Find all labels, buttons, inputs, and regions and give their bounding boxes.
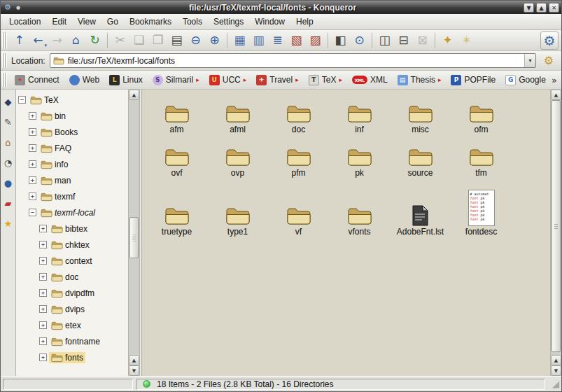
file-afml[interactable]: afml	[207, 94, 268, 134]
tree-item-etex[interactable]: +etex	[16, 317, 128, 333]
menu-item-edit[interactable]: Edit	[46, 14, 72, 29]
bookmark-linux[interactable]: LLinux	[104, 74, 148, 87]
bookmark-connect[interactable]: ✦Connect	[10, 74, 64, 87]
zoom-out-button[interactable]: ⊖	[186, 31, 205, 50]
scrollbar-track[interactable]	[129, 100, 139, 355]
mixed-view-button[interactable]: ▨	[306, 31, 325, 50]
menu-item-help[interactable]: Help	[290, 14, 319, 29]
expand-expander-icon[interactable]: +	[29, 160, 36, 168]
tree-item-context[interactable]: +context	[16, 253, 128, 269]
tree-item-bibtex[interactable]: +bibtex	[16, 220, 128, 237]
tree-item-info[interactable]: +info	[16, 156, 128, 172]
file-fontdesc[interactable]: # automatfont pkfont pkfont pkfont pkfon…	[451, 181, 512, 237]
back-button[interactable]: ←▾	[29, 31, 48, 50]
bookmark-xml[interactable]: XMLXML	[347, 74, 393, 86]
split-view-top-bottom-button[interactable]: ⊟	[394, 31, 413, 50]
minimize-button[interactable]: ▼	[524, 3, 534, 13]
tree-item-chktex[interactable]: +chktex	[16, 237, 128, 253]
toolbar-handle[interactable]	[2, 32, 7, 48]
sidebar-tab-notes[interactable]: ✎	[2, 114, 15, 130]
menu-item-view[interactable]: View	[72, 14, 101, 29]
tree-item-TeX[interactable]: −TeX	[16, 92, 128, 108]
scrollbar-thumb[interactable]	[552, 100, 561, 352]
file-source[interactable]: source	[390, 137, 451, 178]
detailed-list-view-button[interactable]: ≣	[268, 31, 287, 50]
tree-item-doc[interactable]: +doc	[16, 269, 128, 285]
file-tfm[interactable]: tfm	[451, 137, 512, 178]
bookmark-silmaril[interactable]: SSilmaril▸	[148, 74, 204, 87]
home-button[interactable]: ⌂	[66, 31, 85, 50]
bookmark-overflow-button[interactable]: »	[549, 75, 560, 85]
title-bar[interactable]: ⚙ ● file:/usr/TeX/texmf-local/fonts - Ko…	[1, 1, 561, 14]
file-AdobeFnt.lst[interactable]: AdobeFnt.lst	[390, 181, 451, 237]
menu-item-window[interactable]: Window	[249, 14, 290, 29]
zoom-in-button[interactable]: ⊕	[205, 31, 224, 50]
bookmark-popfile[interactable]: PPOPFile	[446, 74, 500, 87]
sidebar-tab-root[interactable]: ▰	[2, 195, 15, 211]
expand-expander-icon[interactable]: +	[29, 192, 36, 200]
bookmark-tex[interactable]: TTeX▸	[304, 74, 347, 87]
file-inf[interactable]: inf	[329, 94, 390, 134]
file-doc[interactable]: doc	[268, 94, 329, 134]
reload-button[interactable]: ↻	[85, 31, 104, 50]
expand-expander-icon[interactable]: +	[29, 128, 36, 136]
bookmark-page-button[interactable]: ✦	[438, 31, 457, 50]
bookmark-web[interactable]: Web	[64, 74, 104, 87]
tree-item-dvipdfm[interactable]: +dvipdfm	[16, 285, 128, 301]
bookmark-thesis[interactable]: ▤Thesis▸	[393, 74, 447, 87]
maximize-button[interactable]: ▲	[536, 3, 547, 13]
file-truetype[interactable]: truetype	[146, 181, 207, 237]
sidebar-tab-network[interactable]: ●	[2, 175, 15, 190]
expand-expander-icon[interactable]: +	[39, 321, 47, 329]
expand-expander-icon[interactable]: +	[39, 241, 47, 248]
tree-item-dvips[interactable]: +dvips	[16, 301, 128, 317]
expand-expander-icon[interactable]: +	[29, 144, 36, 152]
scroll-up-button[interactable]: ▲	[129, 90, 139, 100]
sidebar-tab-services[interactable]: ★	[2, 216, 15, 231]
tree-item-fontname[interactable]: +fontname	[16, 333, 128, 349]
expand-expander-icon[interactable]: +	[39, 337, 47, 345]
file-vf[interactable]: vf	[268, 181, 329, 237]
scrollbar-thumb[interactable]	[129, 217, 139, 258]
file-ofm[interactable]: ofm	[451, 94, 512, 134]
location-input[interactable]: file:/usr/TeX/texmf-local/fonts ▾	[50, 53, 536, 68]
tree-item-texmf[interactable]: +texmf	[16, 188, 128, 204]
file-pfm[interactable]: pfm	[268, 137, 329, 178]
sidebar-tab-bookmarks[interactable]: ◆	[2, 94, 15, 109]
file-pk[interactable]: pk	[329, 137, 390, 178]
bookmark-google[interactable]: GGoogle	[500, 74, 549, 87]
scroll-up-button[interactable]: ▲	[551, 90, 561, 100]
close-button[interactable]: ✕	[549, 3, 559, 13]
resize-grip[interactable]: ◢	[549, 379, 559, 389]
expand-expander-icon[interactable]: +	[39, 354, 47, 361]
expand-expander-icon[interactable]: +	[29, 112, 36, 120]
sticky-pin-icon[interactable]: ●	[15, 5, 22, 10]
expand-expander-icon[interactable]: +	[29, 176, 36, 184]
collapse-expander-icon[interactable]: −	[29, 209, 36, 216]
menu-item-tools[interactable]: Tools	[177, 14, 208, 29]
scroll-down-button[interactable]: ▼	[551, 365, 561, 376]
sidebar-tab-history[interactable]: ◔	[2, 155, 15, 170]
tree-item-man[interactable]: +man	[16, 172, 128, 188]
bookmark-travel[interactable]: ✈Travel▸	[251, 74, 303, 87]
find-file-button[interactable]: ⊙	[350, 31, 369, 50]
file-misc[interactable]: misc	[390, 94, 451, 134]
location-value[interactable]: file:/usr/TeX/texmf-local/fonts	[68, 56, 524, 66]
location-dropdown-button[interactable]: ▾	[524, 54, 535, 67]
expand-expander-icon[interactable]: +	[39, 273, 47, 281]
file-ovf[interactable]: ovf	[146, 137, 207, 178]
text-view-button[interactable]: ▧	[287, 31, 306, 50]
menu-item-go[interactable]: Go	[101, 14, 124, 29]
scroll-down-button[interactable]: ▼	[129, 365, 139, 376]
sidebar-tab-home[interactable]: ⌂	[2, 134, 15, 150]
up-button[interactable]: ↑	[10, 31, 29, 50]
tree-item-texmf-local[interactable]: −texmf-local	[16, 204, 128, 220]
multicolumn-view-button[interactable]: ▥	[249, 31, 268, 50]
split-view-left-right-button[interactable]: ◫	[375, 31, 394, 50]
bookmark-toolbar-handle[interactable]	[2, 73, 7, 88]
main-scrollbar[interactable]: ▲▲▼	[550, 90, 561, 376]
tree-item-FAQ[interactable]: +FAQ	[16, 140, 128, 156]
tree-item-bin[interactable]: +bin	[16, 108, 128, 124]
menu-item-location[interactable]: Location	[3, 14, 46, 29]
expand-expander-icon[interactable]: +	[39, 257, 47, 265]
